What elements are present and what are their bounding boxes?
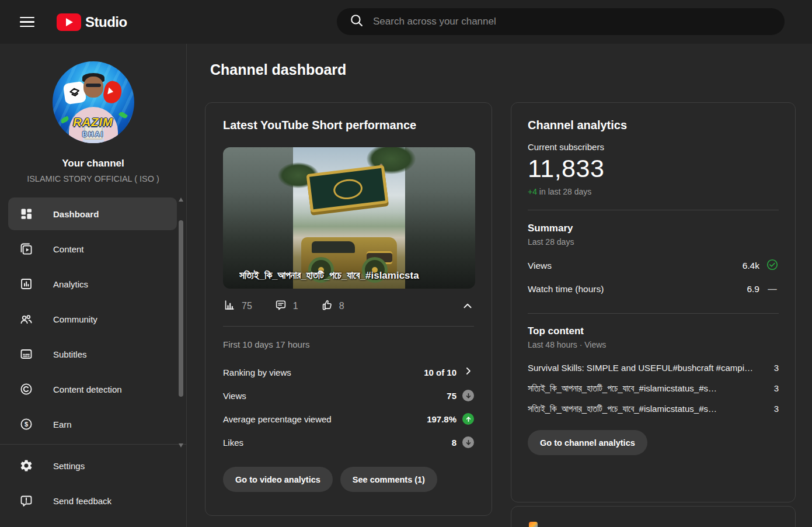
scroll-up-arrow[interactable]	[179, 197, 183, 202]
youtube-studio-logo[interactable]: Studio	[57, 13, 127, 31]
sidebar-scrollbar[interactable]	[178, 197, 184, 450]
copyright-icon	[19, 382, 33, 396]
chevron-right-icon[interactable]	[462, 365, 474, 379]
sidebar-item-earn[interactable]: $ Earn	[8, 408, 177, 441]
summary-row-views: Views 6.4k	[528, 254, 779, 278]
search-icon	[349, 13, 364, 30]
top-content-subtitle: Last 48 hours · Views	[528, 340, 779, 349]
short-card-actions: Go to video analytics See comments (1)	[223, 467, 474, 492]
content-icon	[19, 242, 33, 256]
hamburger-menu-button[interactable]	[19, 16, 36, 29]
channel-name: ISLAMIC STORY OFFICIAL ( ISO )	[0, 174, 186, 183]
metrics-list: Ranking by views 10 of 10 Views 75	[223, 360, 474, 454]
top-content-title: Top content	[528, 325, 779, 337]
sidebar-item-community[interactable]: Community	[8, 303, 177, 335]
top-content-row[interactable]: সত্যিই_কি_আপনার_হাতটি_পচে_যাবে_#islamics…	[528, 378, 779, 398]
avatar-name-text: RAZIM	[53, 116, 134, 129]
metric-row-likes: Likes 8	[223, 431, 474, 454]
feedback-icon	[19, 494, 33, 508]
likes-stat: 8	[320, 299, 344, 314]
sparkle-icon	[529, 522, 538, 527]
youtube-play-icon	[57, 13, 81, 31]
thumbnail-image	[293, 147, 405, 289]
dashboard-icon	[19, 207, 33, 221]
check-circle-icon	[766, 258, 779, 273]
top-content-list: Survival Skills: SIMPLE and USEFUL#bushc…	[528, 358, 779, 419]
latest-short-card: Latest YouTube Short performance সত্যিই_…	[205, 102, 492, 516]
sidebar-divider	[0, 444, 186, 445]
community-icon	[19, 312, 33, 326]
comment-icon	[274, 299, 287, 314]
search-input[interactable]	[373, 16, 785, 27]
news-card-peek	[511, 506, 796, 527]
page-title: Channel dashboard	[210, 61, 346, 78]
metric-row-views: Views 75	[223, 384, 474, 407]
sidebar-footer: Settings Send feedback	[0, 449, 186, 517]
subscriber-count: 11,833	[528, 154, 779, 183]
quran-graphic	[306, 165, 388, 213]
svg-text:$: $	[25, 421, 28, 428]
divider	[223, 326, 474, 327]
see-comments-button[interactable]: See comments (1)	[340, 467, 437, 492]
search-bar[interactable]	[337, 8, 785, 35]
go-to-video-analytics-button[interactable]: Go to video analytics	[223, 467, 333, 492]
divider	[528, 313, 779, 314]
avatar-subname-text: BHAI	[53, 130, 134, 138]
gear-icon	[19, 459, 33, 473]
video-age-label: First 10 days 17 hours	[223, 339, 474, 349]
studio-wordmark: Studio	[85, 14, 127, 30]
analytics-icon	[19, 277, 33, 291]
top-content-row[interactable]: সত্যিই_কি_আপনার_হাতটি_পচে_যাবে_#islamics…	[528, 398, 779, 419]
sidebar-item-dashboard[interactable]: Dashboard	[8, 197, 177, 230]
sidebar-item-content[interactable]: Content	[8, 233, 177, 265]
trend-down-icon	[462, 436, 474, 448]
youtube-studio-app: Studio RAZIM BHAI Your cha	[0, 0, 812, 527]
video-quick-stats: 75 1 8	[223, 296, 474, 316]
thumbs-up-icon	[320, 299, 333, 314]
metric-row-avg-percentage: Average percentage viewed 197.8%	[223, 407, 474, 431]
video-title-overlay: সত্যিই_কি_আপনার_হাতটি_পচে_যাবে_#islamics…	[239, 270, 475, 282]
sidebar-item-send-feedback[interactable]: Send feedback	[8, 484, 177, 517]
main-content: Channel dashboard Latest YouTube Short p…	[187, 44, 812, 527]
trend-down-icon	[462, 390, 474, 401]
bar-chart-icon	[223, 299, 236, 314]
sunglasses	[86, 84, 101, 87]
scroll-down-arrow[interactable]	[179, 443, 183, 448]
sidebar-item-settings[interactable]: Settings	[8, 449, 177, 482]
subscriber-delta: +4 in last 28 days	[528, 187, 779, 196]
summary-subtitle: Last 28 days	[528, 237, 779, 247]
trend-up-icon	[462, 413, 474, 425]
sidebar-item-subtitles[interactable]: Subtitles	[8, 338, 177, 370]
sidebar: RAZIM BHAI Your channel ISLAMIC STORY OF…	[0, 44, 187, 527]
metric-row-ranking[interactable]: Ranking by views 10 of 10	[223, 360, 474, 384]
topbar: Studio	[0, 0, 812, 44]
channel-avatar[interactable]: RAZIM BHAI	[53, 61, 134, 143]
hamburger-icon	[20, 17, 34, 18]
chevron-up-icon[interactable]	[461, 300, 474, 313]
no-change-icon: —	[766, 284, 779, 294]
your-channel-label: Your channel	[0, 158, 186, 169]
subtitles-icon	[19, 347, 33, 361]
scrollbar-thumb[interactable]	[179, 220, 183, 397]
comments-stat: 1	[274, 299, 298, 314]
short-card-title: Latest YouTube Short performance	[223, 119, 474, 132]
analytics-card-title: Channel analytics	[528, 119, 779, 132]
top-content-row[interactable]: Survival Skills: SIMPLE and USEFUL#bushc…	[528, 358, 779, 378]
capcut-logo-icon	[62, 81, 86, 105]
go-to-channel-analytics-button[interactable]: Go to channel analytics	[528, 430, 647, 455]
summary-title: Summary	[528, 223, 779, 234]
current-subscribers-label: Current subscribers	[528, 142, 779, 152]
divider	[528, 210, 779, 210]
sidebar-item-analytics[interactable]: Analytics	[8, 268, 177, 300]
summary-row-watch-time: Watch time (hours) 6.9 —	[528, 278, 779, 301]
sidebar-menu: Dashboard Content Analytics Community	[0, 197, 186, 441]
views-stat: 75	[223, 299, 252, 314]
video-thumbnail[interactable]: সত্যিই_কি_আপনার_হাতটি_পচে_যাবে_#islamics…	[223, 147, 475, 289]
channel-analytics-card: Channel analytics Current subscribers 11…	[511, 102, 796, 502]
dollar-icon: $	[19, 417, 33, 431]
sidebar-item-content-detection[interactable]: Content detection	[8, 373, 177, 405]
